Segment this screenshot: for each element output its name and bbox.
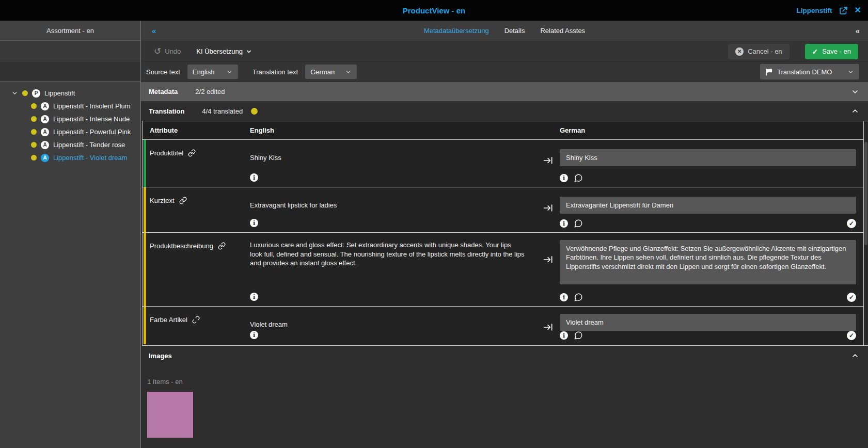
status-dot <box>22 90 28 96</box>
copy-to-target-icon[interactable] <box>543 155 554 166</box>
tab-related-assets[interactable]: Related Asstes <box>540 27 585 35</box>
source-language-select[interactable]: English <box>187 65 238 79</box>
copy-to-target-icon[interactable] <box>543 254 554 265</box>
translated-check-icon: ✓ <box>847 331 856 340</box>
undo-label: Undo <box>165 47 181 55</box>
table-row: Kurztext Extravagant lipstick for ladies… <box>143 187 863 233</box>
tree-item-label[interactable]: Lippenstift - Violet dream <box>53 154 128 162</box>
chevron-up-icon[interactable] <box>851 107 859 115</box>
tree-item-root[interactable]: P Lippenstift <box>0 87 140 100</box>
link-icon[interactable] <box>218 242 226 250</box>
chevron-down-icon <box>226 69 233 75</box>
translation-table-zone: Attribute English German Produkttitel <box>141 121 868 346</box>
info-icon[interactable]: i <box>560 219 568 228</box>
open-external-icon[interactable] <box>839 6 848 15</box>
ai-translation-menu[interactable]: KI Übersetzung <box>196 47 252 55</box>
source-text: Luxurious care and gloss effect: Set ext… <box>250 241 525 268</box>
tab-details[interactable]: Details <box>504 27 525 35</box>
german-translation-textarea[interactable]: Verwöhnende Pflege und Glanzeffekt: Setz… <box>560 240 856 284</box>
article-badge: A <box>41 128 49 136</box>
collapse-right-icon[interactable]: « <box>856 26 860 35</box>
info-icon[interactable]: i <box>250 293 258 301</box>
tab-bar: « Metadataübersetzung Details Related As… <box>141 21 868 41</box>
tab-metadata-translation[interactable]: Metadataübersetzung <box>424 27 489 35</box>
sidebar-band-1 <box>0 41 140 61</box>
sidebar-header-label: Assortment - en <box>46 27 94 35</box>
translation-status-dot <box>251 108 258 115</box>
link-icon[interactable] <box>179 197 187 204</box>
undo-button[interactable]: ↺ Undo <box>154 47 181 56</box>
status-dot <box>31 116 37 122</box>
tree-item-label[interactable]: Lippenstift - Tender rose <box>53 141 125 149</box>
info-icon[interactable]: i <box>250 173 258 182</box>
target-language-value: German <box>310 68 335 76</box>
product-image-thumbnail[interactable] <box>147 392 193 438</box>
comment-icon[interactable] <box>574 293 583 302</box>
info-icon[interactable]: i <box>250 219 258 227</box>
flag-icon <box>765 68 773 76</box>
row-status-bar <box>144 307 146 344</box>
table-scrollbar[interactable] <box>864 121 868 346</box>
info-icon[interactable]: i <box>560 293 568 301</box>
window-title: ProductView - en <box>403 6 465 15</box>
translation-profile-select[interactable]: Translation DEMO <box>760 64 859 79</box>
attribute-label: Kurztext <box>150 197 175 204</box>
action-toolbar: ↺ Undo KI Übersetzung ✕ Cancel - en ✓ Sa… <box>141 41 868 61</box>
translation-section-header[interactable]: Translation 4/4 translated <box>141 101 868 121</box>
row-status-bar <box>144 233 146 306</box>
col-header-german: German <box>560 126 863 134</box>
chevron-up-icon[interactable] <box>851 351 859 360</box>
status-dot <box>31 103 37 109</box>
collapse-left-icon[interactable]: « <box>152 26 156 35</box>
table-row: Produktbeschreibung Luxurious care and g… <box>143 233 863 307</box>
row-status-bar <box>144 140 146 187</box>
chevron-down-icon <box>246 49 252 55</box>
table-row: Produkttitel Shiny Kiss i <box>143 140 863 187</box>
source-text: Extravagant lipstick for ladies <box>250 201 525 210</box>
save-check-icon: ✓ <box>812 47 818 56</box>
images-section-header[interactable]: Images <box>141 346 868 365</box>
chevron-down-icon[interactable] <box>851 88 859 96</box>
german-translation-input[interactable]: Extravaganter Lippenstift für Damen <box>560 197 856 214</box>
copy-to-target-icon[interactable] <box>543 203 554 213</box>
info-icon[interactable]: i <box>560 331 568 340</box>
comment-icon[interactable] <box>574 331 583 340</box>
save-button[interactable]: ✓ Save - en <box>805 44 858 59</box>
images-section: Images 1 Items - en <box>141 346 868 448</box>
comment-icon[interactable] <box>574 173 583 183</box>
attribute-label: Produkttitel <box>150 149 183 157</box>
metadata-section-header[interactable]: Metadata 2/2 edited <box>141 82 868 101</box>
link-icon[interactable] <box>188 149 196 157</box>
comment-icon[interactable] <box>574 219 583 228</box>
chevron-down-icon[interactable] <box>11 90 18 97</box>
article-badge: A <box>41 141 49 149</box>
tree-item[interactable]: A Lippenstift - Insolent Plum <box>0 100 140 113</box>
tree-item[interactable]: A Lippenstift - Intense Nude <box>0 113 140 125</box>
tree-item-label[interactable]: Lippenstift - Insolent Plum <box>53 102 131 110</box>
info-icon[interactable]: i <box>250 331 258 339</box>
translation-section-title: Translation <box>149 107 184 115</box>
tree-item[interactable]: A Lippenstift - Powerful Pink <box>0 125 140 138</box>
close-icon[interactable]: ✕ <box>855 6 861 14</box>
copy-to-target-icon[interactable] <box>543 322 554 332</box>
source-text: Shiny Kiss <box>250 153 525 163</box>
german-translation-input[interactable]: Shiny Kiss <box>560 149 856 166</box>
images-section-title: Images <box>149 352 172 360</box>
target-language-select[interactable]: German <box>305 65 357 79</box>
title-bar-actions: Lippenstift ✕ <box>797 0 861 21</box>
cancel-label: Cancel - en <box>748 47 782 55</box>
cancel-button[interactable]: ✕ Cancel - en <box>728 44 789 59</box>
scrollbar-thumb[interactable] <box>864 142 867 245</box>
tree-item-label[interactable]: Lippenstift - Powerful Pink <box>53 128 131 136</box>
entity-link[interactable]: Lippenstift <box>797 7 832 14</box>
sidebar-header: Assortment - en <box>0 21 140 41</box>
status-dot <box>31 129 37 135</box>
german-translation-input[interactable]: Violet dream <box>560 314 856 331</box>
tree-item-selected[interactable]: A Lippenstift - Violet dream <box>0 151 140 164</box>
info-icon[interactable]: i <box>560 174 568 182</box>
tree-item[interactable]: A Lippenstift - Tender rose <box>0 138 140 151</box>
translation-table: Attribute English German Produkttitel <box>142 121 864 346</box>
broken-link-icon[interactable] <box>192 316 200 324</box>
tree-item-label[interactable]: Lippenstift <box>44 89 75 97</box>
tree-item-label[interactable]: Lippenstift - Intense Nude <box>53 115 130 123</box>
